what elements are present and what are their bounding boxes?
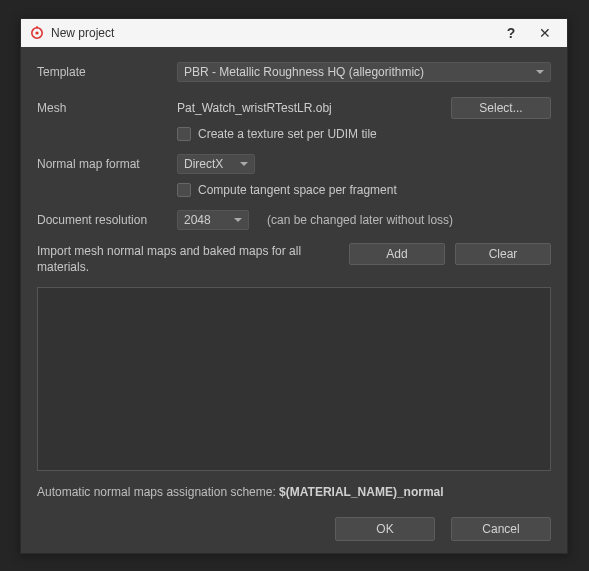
template-label: Template [37, 65, 167, 79]
ok-button[interactable]: OK [335, 517, 435, 541]
svg-point-1 [35, 31, 38, 34]
import-maps-label: Import mesh normal maps and baked maps f… [37, 243, 339, 275]
dialog-content: Template PBR - Metallic Roughness HQ (al… [21, 47, 567, 553]
normal-map-format-label: Normal map format [37, 157, 167, 171]
window-title: New project [51, 26, 491, 40]
scheme-text: Automatic normal maps assignation scheme… [37, 485, 551, 499]
app-icon [29, 25, 45, 41]
normal-map-format-selected: DirectX [184, 157, 223, 171]
udim-checkbox[interactable] [177, 127, 191, 141]
chevron-down-icon [240, 162, 248, 166]
help-button[interactable]: ? [497, 22, 525, 44]
add-maps-button[interactable]: Add [349, 243, 445, 265]
mesh-label: Mesh [37, 101, 167, 115]
cancel-button[interactable]: Cancel [451, 517, 551, 541]
document-resolution-selected: 2048 [184, 213, 211, 227]
chevron-down-icon [536, 70, 544, 74]
template-select[interactable]: PBR - Metallic Roughness HQ (allegorithm… [177, 62, 551, 82]
udim-checkbox-label: Create a texture set per UDIM tile [198, 127, 377, 141]
template-selected: PBR - Metallic Roughness HQ (allegorithm… [184, 65, 424, 79]
select-mesh-button[interactable]: Select... [451, 97, 551, 119]
scheme-prefix: Automatic normal maps assignation scheme… [37, 485, 279, 499]
tangent-checkbox[interactable] [177, 183, 191, 197]
close-button[interactable]: ✕ [531, 22, 559, 44]
document-resolution-label: Document resolution [37, 213, 167, 227]
clear-maps-button[interactable]: Clear [455, 243, 551, 265]
tangent-checkbox-label: Compute tangent space per fragment [198, 183, 397, 197]
mesh-filename: Pat_Watch_wristRTestLR.obj [177, 101, 441, 115]
normal-map-format-select[interactable]: DirectX [177, 154, 255, 174]
scheme-value: $(MATERIAL_NAME)_normal [279, 485, 443, 499]
maps-list[interactable] [37, 287, 551, 471]
titlebar: New project ? ✕ [21, 19, 567, 47]
new-project-dialog: New project ? ✕ Template PBR - Metallic … [20, 18, 568, 554]
document-resolution-select[interactable]: 2048 [177, 210, 249, 230]
resolution-hint: (can be changed later without loss) [267, 213, 453, 227]
chevron-down-icon [234, 218, 242, 222]
